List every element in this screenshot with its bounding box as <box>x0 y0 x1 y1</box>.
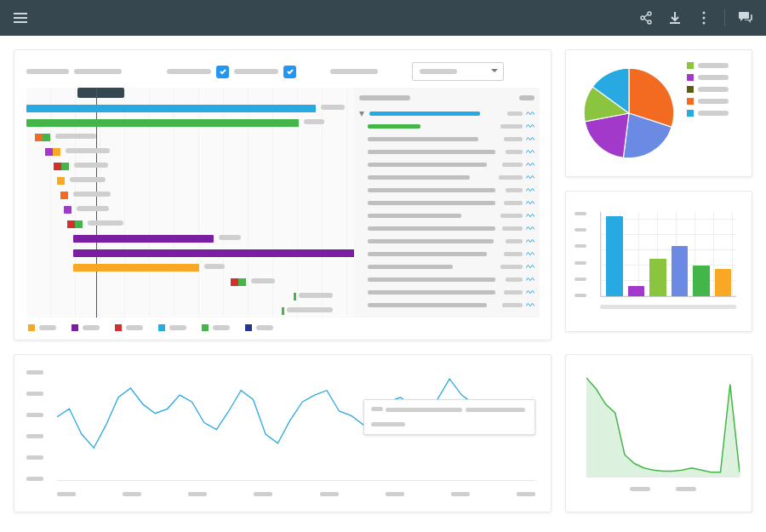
detail-row[interactable] <box>359 287 534 297</box>
y-tick <box>26 370 43 375</box>
gantt-row[interactable] <box>26 103 354 115</box>
filter-select[interactable] <box>412 62 504 81</box>
filter-checkbox-2[interactable] <box>283 66 296 78</box>
gantt-bar-label <box>74 163 108 168</box>
timeseries-chart[interactable] <box>57 365 535 481</box>
legend-item[interactable] <box>687 62 729 69</box>
gantt-milestone[interactable] <box>238 278 246 286</box>
detail-row[interactable] <box>359 146 534 157</box>
filter-checkbox-1[interactable] <box>216 66 229 78</box>
gantt-row[interactable] <box>26 204 354 216</box>
gantt-row[interactable] <box>26 146 354 158</box>
gantt-row[interactable] <box>26 161 354 173</box>
gantt-date-marker[interactable] <box>77 88 124 98</box>
x-tick <box>57 492 76 496</box>
detail-row[interactable] <box>359 172 534 182</box>
y-tick <box>26 413 43 417</box>
gantt-timeline[interactable] <box>26 88 354 317</box>
sparkline-icon <box>526 186 534 193</box>
gantt-row[interactable] <box>26 306 354 317</box>
menu-icon[interactable] <box>9 6 32 30</box>
gantt-milestone[interactable] <box>67 220 75 228</box>
download-icon[interactable] <box>663 6 687 30</box>
svg-point-3 <box>648 12 651 15</box>
gantt-row[interactable] <box>26 117 354 129</box>
small-line-chart[interactable] <box>586 367 740 478</box>
small-line-panel <box>565 354 752 512</box>
bar-chart[interactable] <box>574 203 743 323</box>
bar[interactable] <box>649 259 666 296</box>
gantt-milestone[interactable] <box>45 148 53 156</box>
detail-row[interactable] <box>359 236 534 246</box>
bar[interactable] <box>606 216 623 296</box>
detail-row[interactable] <box>359 261 534 272</box>
gantt-bar-label <box>219 235 241 240</box>
sparkline-icon <box>526 276 534 283</box>
gantt-milestone[interactable] <box>53 148 60 156</box>
gantt-milestone[interactable] <box>54 163 61 170</box>
filter-label <box>74 69 122 74</box>
legend-item[interactable] <box>687 74 729 81</box>
detail-row[interactable] <box>359 274 534 284</box>
gantt-milestone[interactable] <box>35 134 43 141</box>
detail-row[interactable]: ▾ <box>359 108 534 118</box>
gantt-row[interactable] <box>26 219 354 231</box>
detail-row[interactable] <box>359 134 534 144</box>
legend-item[interactable] <box>687 86 729 93</box>
gantt-bar[interactable] <box>73 235 214 243</box>
gantt-bar-label <box>321 105 345 110</box>
gantt-milestone[interactable] <box>60 192 68 199</box>
gantt-row[interactable] <box>26 277 354 289</box>
gantt-detail-list: ▾ <box>354 88 540 317</box>
gantt-bar[interactable] <box>26 105 316 112</box>
gantt-milestone[interactable] <box>61 163 69 170</box>
pie-chart[interactable] <box>578 62 680 164</box>
legend-item[interactable] <box>687 110 729 117</box>
legend-item[interactable] <box>158 324 186 331</box>
svg-point-5 <box>648 20 651 24</box>
detail-row[interactable] <box>359 197 534 208</box>
gantt-row[interactable] <box>26 132 354 144</box>
gantt-milestone[interactable] <box>64 206 71 214</box>
bar[interactable] <box>693 266 710 296</box>
bar[interactable] <box>672 246 689 296</box>
share-icon[interactable] <box>634 6 658 30</box>
legend-item[interactable] <box>71 324 100 331</box>
gantt-bar[interactable] <box>26 119 299 127</box>
detail-row[interactable] <box>359 210 534 220</box>
gantt-row[interactable] <box>26 291 354 303</box>
gantt-row[interactable] <box>26 175 354 187</box>
gantt-bar-label <box>73 192 111 197</box>
gantt-milestone[interactable] <box>231 278 238 286</box>
gantt-milestone[interactable] <box>75 220 83 228</box>
legend-item[interactable] <box>115 324 143 331</box>
chevron-down-icon[interactable]: ▾ <box>359 107 366 119</box>
detail-row[interactable] <box>359 121 534 131</box>
detail-row[interactable] <box>359 185 534 195</box>
gantt-milestone[interactable] <box>57 177 65 185</box>
legend-item[interactable] <box>245 324 273 331</box>
gantt-milestone[interactable] <box>43 134 50 141</box>
more-icon[interactable] <box>692 6 716 30</box>
legend-item[interactable] <box>202 324 230 331</box>
x-tick <box>676 487 696 491</box>
gantt-row[interactable] <box>26 248 354 260</box>
detail-row[interactable] <box>359 223 534 233</box>
sparkline-icon <box>526 123 534 129</box>
detail-row[interactable] <box>359 249 534 259</box>
legend-item[interactable] <box>28 324 56 331</box>
gantt-bar[interactable] <box>73 249 363 257</box>
detail-row[interactable] <box>359 159 534 169</box>
gantt-bar[interactable] <box>73 264 199 272</box>
bar[interactable] <box>628 286 645 296</box>
gantt-body: ▾ <box>26 88 539 317</box>
gantt-row[interactable] <box>26 262 354 274</box>
legend-item[interactable] <box>687 98 729 105</box>
detail-row[interactable] <box>359 300 534 310</box>
gantt-bar-label <box>287 307 333 312</box>
y-tick <box>26 434 43 438</box>
gantt-row[interactable] <box>26 190 354 202</box>
bar[interactable] <box>715 269 732 296</box>
gantt-row[interactable] <box>26 233 354 245</box>
chat-icon[interactable] <box>734 6 757 30</box>
